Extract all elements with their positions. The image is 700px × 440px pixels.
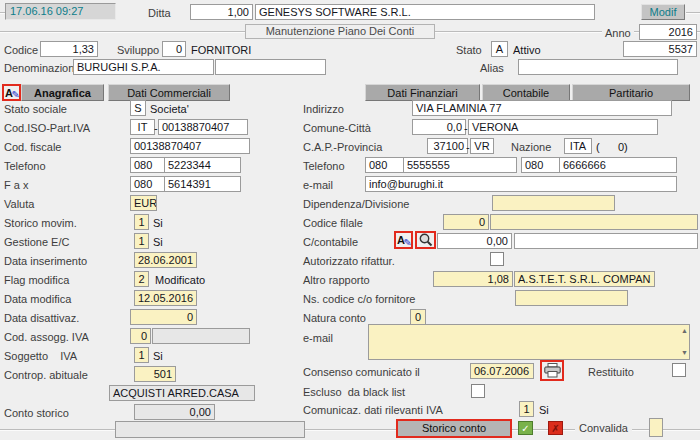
storico-conto-button[interactable]: Storico conto [396, 419, 512, 438]
screen-title: Manutenzione Piano Dei Conti [245, 24, 435, 39]
stato-sociale-desc: Societa' [150, 103, 189, 115]
cod-fiscale-label: Cod. fiscale [4, 141, 61, 153]
tab-partitario[interactable]: Partitario [572, 84, 690, 101]
data-disattivaz-field[interactable]: 0 [130, 309, 197, 325]
scroll-down-icon[interactable]: ▼ [681, 349, 688, 357]
cancel-button[interactable]: ✗ [548, 421, 563, 435]
cod-assogg-iva-desc [152, 328, 250, 344]
pen-icon: ✎ [404, 238, 412, 248]
ditta-name-field[interactable]: GENESYS SOFTWARE S.R.L. [255, 4, 595, 20]
email-field[interactable]: info@burughi.it [365, 176, 677, 192]
natura-conto-field[interactable]: 0 [410, 309, 426, 325]
soggetto-iva-field[interactable]: 1 [134, 347, 149, 363]
tab-dati-finanziari[interactable]: Dati Finanziari [365, 84, 480, 101]
c-contabile-label: C/contabile [303, 236, 358, 248]
c-contabile-edit-button[interactable]: A ✎ [394, 231, 413, 249]
soggetto-iva-label: Soggetto IVA [4, 350, 77, 362]
anno-field[interactable]: 2016 [639, 24, 697, 40]
controp-abituale-field[interactable]: 501 [134, 366, 176, 382]
cod-fiscale-field[interactable]: 00138870407 [130, 138, 250, 154]
denominazione-extra-field[interactable] [215, 59, 326, 75]
stato-desc: Attivo [513, 44, 541, 56]
codice-filale-desc-field[interactable] [490, 214, 698, 230]
ns-codice-field[interactable] [515, 290, 628, 306]
scroll-up-icon[interactable]: ▲ [681, 327, 688, 335]
altro-rapporto-code-field[interactable]: 1,08 [433, 271, 513, 287]
cap-field[interactable]: 37100 [427, 138, 468, 154]
telefono-prefix-field[interactable]: 080 [130, 157, 165, 173]
email2-textarea[interactable]: ▲ ▼ [368, 324, 690, 360]
comune-code-field[interactable]: 0,0 [412, 119, 466, 135]
telefono2-label: Telefono [303, 160, 345, 172]
escluso-checkbox[interactable] [471, 384, 485, 398]
telefono2-number1-field[interactable]: 5555555 [403, 157, 517, 173]
data-inserimento-field[interactable]: 28.06.2001 [134, 252, 197, 268]
telefono2-prefix2-field[interactable]: 080 [521, 157, 560, 173]
stato-field[interactable]: A [491, 41, 508, 57]
gestione-ec-label: Gestione E/C [4, 236, 69, 248]
escluso-label: Escluso da black list [303, 386, 405, 398]
pen-icon: ✎ [12, 90, 20, 100]
nazione-code: ( 0) [596, 141, 628, 153]
denominazione-label: Denominazione [4, 62, 80, 74]
ditta-label: Ditta [148, 7, 171, 19]
controp-abituale-desc: ACQUISTI ARRED.CASA [109, 385, 255, 401]
data-modifica-field[interactable]: 12.05.2016 [134, 290, 197, 306]
provincia-field[interactable]: VR [470, 138, 494, 154]
valuta-field[interactable]: EUR [130, 195, 157, 211]
c-contabile-desc-field[interactable] [514, 233, 698, 249]
confirm-button[interactable]: ✓ [518, 421, 533, 435]
codice-filale-code-field[interactable]: 0 [443, 214, 489, 230]
dipendenza-field[interactable] [492, 195, 615, 211]
stato-label: Stato [456, 44, 482, 56]
check-icon: ✓ [521, 423, 529, 434]
nazione-field[interactable]: ITA [564, 138, 592, 154]
fax-number-field[interactable]: 5614391 [164, 176, 241, 192]
tab-dati-commerciali[interactable]: Dati Commerciali [108, 84, 230, 101]
storico-movim-field[interactable]: 1 [134, 214, 149, 230]
sviluppo-field[interactable]: 0 [162, 41, 186, 57]
alias-field[interactable] [518, 59, 678, 75]
codice-field[interactable]: 1,33 [40, 41, 98, 57]
gestione-ec-desc: Si [153, 236, 163, 248]
fax-prefix-field[interactable]: 080 [130, 176, 165, 192]
storico-movim-label: Storico movim. [4, 217, 77, 229]
altro-rapporto-desc-field[interactable]: A.S.T.E.T. S.R.L. COMPAN [514, 271, 655, 287]
comunicaz-desc: Si [539, 404, 549, 416]
soggetto-iva-desc: Si [153, 350, 163, 362]
valuta-label: Valuta [4, 198, 34, 210]
cod-iso-separator: - [154, 122, 158, 134]
c-contabile-field[interactable]: 0,00 [437, 233, 512, 249]
telefono-number-field[interactable]: 5223344 [164, 157, 241, 173]
flag-modifica-field[interactable]: 2 [134, 271, 149, 287]
autorizzato-checkbox[interactable] [490, 252, 504, 266]
convalida-field[interactable] [649, 418, 663, 437]
tab-anagrafica[interactable]: Anagrafica [21, 84, 104, 101]
telefono2-prefix1-field[interactable]: 080 [365, 157, 404, 173]
gestione-ec-field[interactable]: 1 [134, 233, 149, 249]
conto-storico-field: 0,00 [134, 404, 215, 420]
tab-contabile[interactable]: Contabile [482, 84, 570, 101]
consenso-date-field[interactable]: 06.07.2006 [470, 363, 534, 379]
ditta-code-field[interactable]: 1,00 [190, 4, 253, 20]
cod-iso-country-field[interactable]: IT [130, 119, 155, 135]
cod-assogg-iva-field[interactable]: 0 [130, 328, 151, 344]
convalida-label: Convalida [575, 422, 632, 434]
ns-codice-label: Ns. codice c/o fornitore [303, 293, 416, 305]
cap-separator: - [466, 141, 470, 153]
comunicaz-field[interactable]: 1 [519, 401, 534, 417]
comune-field[interactable]: VERONA [468, 119, 658, 135]
print-button[interactable] [540, 360, 564, 381]
font-edit-button[interactable]: A ✎ [2, 84, 21, 101]
stato-sociale-field[interactable]: S [130, 100, 146, 116]
restituito-checkbox[interactable] [672, 363, 686, 377]
data-inserimento-label: Data inserimento [4, 255, 87, 267]
cod-iso-piva-field[interactable]: 00138870407 [158, 119, 248, 135]
timestamp: 17.06.16 09:27 [5, 3, 116, 20]
c-contabile-search-button[interactable] [415, 231, 436, 249]
modif-button[interactable]: Modif [641, 4, 685, 20]
data-modifica-label: Data modifica [4, 293, 71, 305]
telefono2-number2-field[interactable]: 6666666 [559, 157, 677, 173]
indirizzo-field[interactable]: VIA FLAMINIA 77 [412, 100, 672, 116]
denominazione-field[interactable]: BURUGHI S.P.A. [73, 59, 214, 75]
